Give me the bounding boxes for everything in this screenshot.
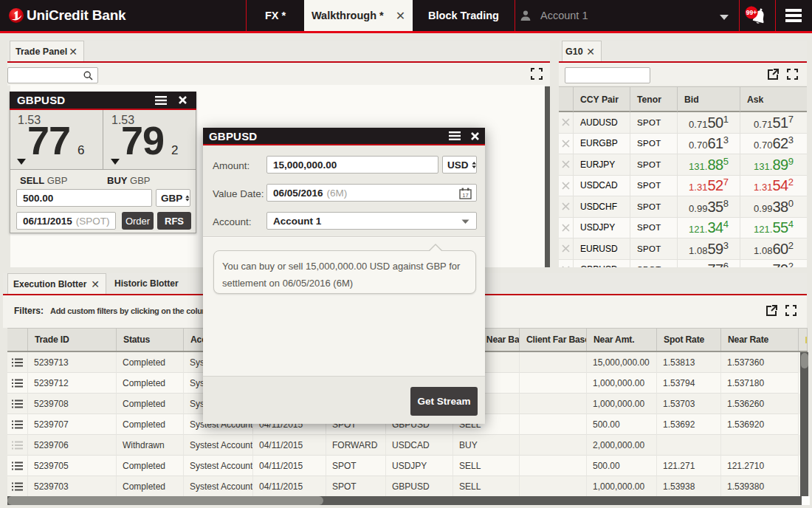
g10-bid[interactable]: 121.344 [678, 218, 740, 239]
blotter-vertical-scrollbar-thumb[interactable] [801, 353, 808, 368]
close-icon [562, 160, 570, 168]
g10-bid[interactable]: 0.71501 [678, 112, 740, 134]
g10-ask[interactable]: 1.31542 [740, 176, 807, 197]
close-execution-blotter-icon[interactable]: ✕ [91, 278, 100, 290]
blotter-row-5239706[interactable]: 5239706WithdrawnSystest Account04/11/201… [7, 435, 808, 456]
g10-bid[interactable]: 1.31527 [678, 176, 740, 197]
maximize-blotter-icon[interactable] [785, 305, 797, 317]
blotter-cell-trade_id: 5239707 [28, 414, 117, 435]
g10-col-bid[interactable]: Bid [678, 87, 740, 111]
g10-ask[interactable]: 0.70623 [740, 134, 807, 155]
g10-row-audusd[interactable]: AUDUSDSPOT0.715010.71517 [559, 112, 807, 134]
g10-col-ccy-pair[interactable]: CCY Pair [574, 87, 630, 111]
row-actions-button[interactable] [7, 456, 28, 476]
tab-execution-blotter[interactable]: Execution Blotter ✕ [7, 273, 106, 294]
g10-bid[interactable]: 0.70613 [678, 134, 740, 155]
remove-row-button[interactable] [559, 196, 574, 218]
g10-ask[interactable]: 1.08602 [740, 238, 807, 260]
remove-row-button[interactable] [559, 238, 574, 260]
g10-ask[interactable]: 121.554 [740, 218, 807, 239]
top-tab-fx[interactable]: FX * [247, 0, 304, 31]
g10-row-usdcad[interactable]: USDCADSPOT1.315271.31542 [559, 176, 807, 197]
notifications-button[interactable]: 99+ [739, 0, 775, 31]
row-actions-button[interactable] [7, 435, 28, 456]
dialog-account-select[interactable]: Account 1 [266, 212, 477, 230]
dialog-close-icon[interactable] [471, 132, 479, 140]
widget-menu-icon[interactable] [155, 96, 167, 105]
tab-historic-blotter[interactable]: Historic Blotter [114, 273, 196, 294]
g10-row-usdchf[interactable]: USDCHFSPOT0.993580.99380 [559, 196, 807, 218]
g10-bid[interactable]: 1.08593 [678, 238, 740, 260]
remove-row-button[interactable] [559, 260, 574, 268]
remove-row-button[interactable] [559, 154, 574, 176]
tab-g10[interactable]: G10 ✕ [562, 41, 602, 61]
popout-blotter-icon[interactable] [766, 305, 778, 317]
remove-row-button[interactable] [559, 218, 574, 239]
remove-row-button[interactable] [559, 112, 574, 134]
remove-row-button[interactable] [559, 176, 574, 197]
g10-ask[interactable]: 0.99380 [740, 196, 807, 218]
row-actions-button[interactable] [7, 394, 28, 414]
currency-select[interactable]: GBP [156, 189, 190, 207]
account-selector[interactable]: Account 1 [520, 0, 734, 31]
g10-bid[interactable]: 0.99358 [678, 196, 740, 218]
dialog-value-date-input[interactable]: 06/05/2016 (6M) 17 [266, 184, 477, 202]
dialog-amount-input[interactable]: 15,000,000.00 [266, 156, 438, 174]
blotter-col-status[interactable]: Status [117, 329, 184, 351]
remove-row-button[interactable] [559, 134, 574, 155]
blotter-col-spot-rate[interactable]: Spot Rate [657, 329, 721, 351]
g10-col-ask[interactable]: Ask [740, 87, 807, 111]
sell-price-tile[interactable]: 1.53 77 6 [10, 110, 103, 169]
dialog-menu-icon[interactable] [449, 131, 461, 140]
blotter-horizontal-scrollbar-thumb[interactable] [7, 496, 323, 505]
blotter-row-5239703[interactable]: 5239703CompletedSystest Account04/11/201… [7, 476, 808, 496]
g10-col-tenor[interactable]: Tenor [630, 87, 678, 111]
close-g10-icon[interactable]: ✕ [586, 46, 595, 58]
blotter-cell-client_far_base [520, 394, 587, 414]
instrument-search-input[interactable] [7, 67, 98, 83]
g10-ask[interactable]: 0.71517 [740, 112, 807, 134]
close-trade-panel-icon[interactable]: ✕ [69, 46, 78, 58]
row-actions-button[interactable] [7, 476, 28, 496]
dialog-header[interactable]: GBPUSD [203, 128, 485, 144]
maximize-g10-icon[interactable] [787, 69, 799, 80]
blotter-cell-client_far_base [520, 435, 587, 456]
g10-ask[interactable]: 1.53792 [740, 260, 807, 268]
maximize-panel-icon[interactable] [531, 68, 543, 80]
order-button[interactable]: Order [122, 212, 154, 230]
blotter-row-5239705[interactable]: 5239705CompletedSystest Account04/11/201… [7, 456, 808, 476]
g10-ask[interactable]: 131.899 [740, 154, 807, 176]
blotter-col-trade-id[interactable]: Trade ID [28, 329, 117, 351]
rfs-button[interactable]: RFS [157, 212, 191, 230]
g10-row-usdjpy[interactable]: USDJPYSPOT121.344121.554 [559, 218, 807, 239]
amount-input[interactable]: 500.00 [16, 189, 152, 207]
blotter-col-near-rate[interactable]: Near Rate [721, 329, 799, 351]
dialog-currency-select[interactable]: USD [442, 156, 477, 174]
get-stream-button[interactable]: Get Stream [410, 387, 478, 416]
top-tab-walkthrough[interactable]: Walkthrough * ✕ [304, 0, 413, 31]
tab-trade-panel[interactable]: Trade Panel ✕ [10, 41, 84, 61]
close-walkthrough-tab-icon[interactable]: ✕ [396, 9, 405, 23]
row-actions-button[interactable] [7, 414, 28, 435]
blotter-vertical-scrollbar[interactable] [800, 352, 808, 496]
g10-bid[interactable]: 131.885 [678, 154, 740, 176]
main-menu-button[interactable] [775, 0, 812, 31]
blotter-horizontal-scrollbar[interactable] [7, 496, 802, 505]
blotter-col-client-far-base[interactable]: Client Far Base [520, 329, 587, 351]
trade-panel-scrollbar[interactable] [545, 86, 550, 267]
widget-close-icon[interactable] [179, 96, 187, 104]
row-actions-button[interactable] [7, 352, 28, 373]
blotter-col-near-amt-[interactable]: Near Amt. [587, 329, 657, 351]
popout-g10-icon[interactable] [768, 69, 780, 80]
g10-search-input[interactable] [565, 67, 650, 83]
g10-row-eurgbp[interactable]: EURGBPSPOT0.706130.70623 [559, 134, 807, 155]
g10-bid[interactable]: 1.53776 [678, 260, 740, 268]
g10-row-eurjpy[interactable]: EURJPYSPOT131.885131.899 [559, 154, 807, 176]
top-tab-block-trading[interactable]: Block Trading [413, 0, 515, 31]
g10-row-gbpusd[interactable]: GBPUSDSPOT1.537761.53792 [559, 260, 807, 268]
buy-price-tile[interactable]: 1.53 79 2 [104, 110, 197, 169]
settlement-date-input[interactable]: 06/11/2015 (SPOT) [16, 212, 116, 230]
g10-row-eurusd[interactable]: EURUSDSPOT1.085931.08602 [559, 238, 807, 260]
widget-header[interactable]: GBPUSD [10, 92, 196, 109]
row-actions-button[interactable] [7, 373, 28, 394]
